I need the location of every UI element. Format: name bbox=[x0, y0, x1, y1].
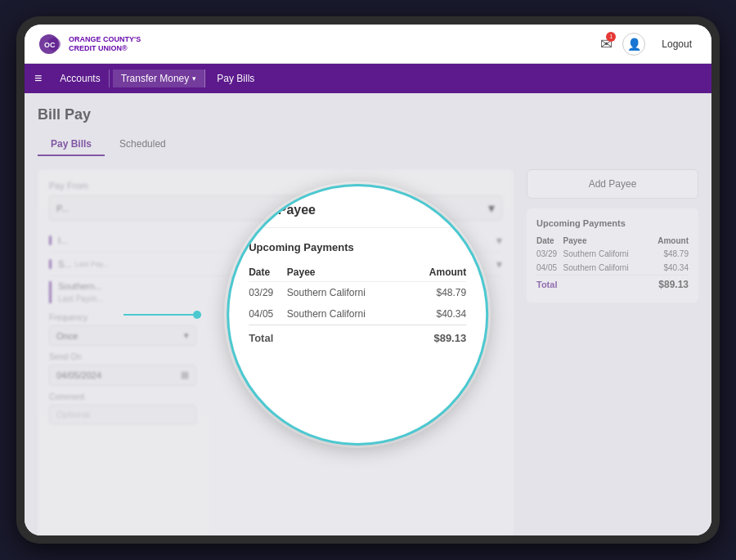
user-profile-button[interactable]: 👤 bbox=[622, 33, 645, 56]
hamburger-menu[interactable]: ≡ bbox=[34, 71, 42, 86]
magnify-col-payee: Payee bbox=[287, 263, 409, 282]
pay-from-chevron: ▾ bbox=[488, 200, 495, 216]
col-date: Date bbox=[536, 235, 563, 247]
main-content: Bill Pay Pay Bills Scheduled Pay From P.… bbox=[25, 93, 711, 535]
col-amount: Amount bbox=[648, 235, 689, 247]
pay-from-value: P... bbox=[56, 204, 69, 213]
logo-icon: OC bbox=[38, 31, 64, 57]
nav-pay-bills[interactable]: Pay Bills bbox=[209, 69, 263, 87]
tablet-frame: OC ORANGE COUNTY'S CREDIT UNION® ✉ 1 👤 L… bbox=[16, 16, 720, 544]
magnify-col-date: Date bbox=[249, 263, 287, 282]
upcoming-panel: Upcoming Payments Date Payee Amount bbox=[527, 208, 698, 302]
magnify-upcoming-title: Upcoming Payments bbox=[249, 241, 466, 253]
mail-badge: 1 bbox=[606, 32, 616, 42]
header-right: ✉ 1 👤 Logout bbox=[600, 33, 698, 56]
magnify-content: Add Payee Upcoming Payments Date Payee A… bbox=[229, 186, 486, 443]
magnify-col-amount: Amount bbox=[409, 263, 466, 282]
upcoming-table: Date Payee Amount 03/29 Southern Califor… bbox=[536, 235, 689, 293]
tablet-screen: OC ORANGE COUNTY'S CREDIT UNION® ✉ 1 👤 L… bbox=[25, 25, 711, 535]
nav-transfer-money[interactable]: Transfer Money ▾ bbox=[113, 69, 206, 87]
logo-area: OC ORANGE COUNTY'S CREDIT UNION® bbox=[38, 31, 141, 57]
magnify-row: 03/29 Southern Californi $48.79 bbox=[249, 281, 466, 303]
tab-bar: Pay Bills Scheduled bbox=[38, 133, 698, 156]
transfer-money-chevron: ▾ bbox=[192, 74, 196, 83]
mail-button[interactable]: ✉ 1 bbox=[600, 35, 613, 53]
tab-scheduled[interactable]: Scheduled bbox=[106, 133, 179, 156]
upcoming-title: Upcoming Payments bbox=[536, 218, 689, 228]
col-payee: Payee bbox=[563, 235, 648, 247]
navbar: ≡ Accounts Transfer Money ▾ Pay Bills bbox=[25, 64, 711, 93]
table-row: 03/29 Southern Californi $48.79 bbox=[536, 247, 689, 261]
table-row: 04/05 Southern Californi $40.34 bbox=[536, 261, 689, 276]
page-title: Bill Pay bbox=[38, 106, 698, 123]
magnify-connector-line bbox=[123, 314, 201, 316]
magnify-table: Date Payee Amount 03/29 Southern Califor… bbox=[249, 263, 466, 349]
right-column: Add Payee Upcoming Payments Date Payee A… bbox=[527, 169, 698, 535]
magnify-total-row: Total $89.13 bbox=[249, 325, 466, 349]
tab-pay-bills[interactable]: Pay Bills bbox=[38, 133, 105, 156]
total-row: Total $89.13 bbox=[536, 276, 689, 293]
header: OC ORANGE COUNTY'S CREDIT UNION® ✉ 1 👤 L… bbox=[25, 25, 711, 64]
connector-dot bbox=[193, 311, 201, 319]
frequency-input[interactable]: Once ▾ bbox=[49, 325, 196, 346]
logo-text: ORANGE COUNTY'S CREDIT UNION® bbox=[69, 35, 141, 53]
calendar-icon: ⊞ bbox=[181, 370, 189, 381]
magnify-row: 04/05 Southern Californi $40.34 bbox=[249, 303, 466, 325]
sendon-input[interactable]: 04/05/2024 ⊞ bbox=[49, 365, 196, 386]
expand-icon-2: ▾ bbox=[496, 258, 502, 271]
add-payee-button[interactable]: Add Payee bbox=[527, 169, 698, 199]
frequency-chevron: ▾ bbox=[184, 330, 189, 341]
expand-icon-1: ▾ bbox=[496, 234, 502, 247]
comment-input[interactable]: Optional bbox=[49, 405, 196, 424]
logout-button[interactable]: Logout bbox=[655, 35, 698, 53]
svg-text:OC: OC bbox=[44, 41, 56, 49]
user-icon: 👤 bbox=[627, 38, 641, 51]
nav-accounts[interactable]: Accounts bbox=[52, 69, 109, 87]
pay-from-label: Pay From bbox=[49, 181, 502, 190]
magnify-overlay: Add Payee Upcoming Payments Date Payee A… bbox=[227, 184, 488, 446]
